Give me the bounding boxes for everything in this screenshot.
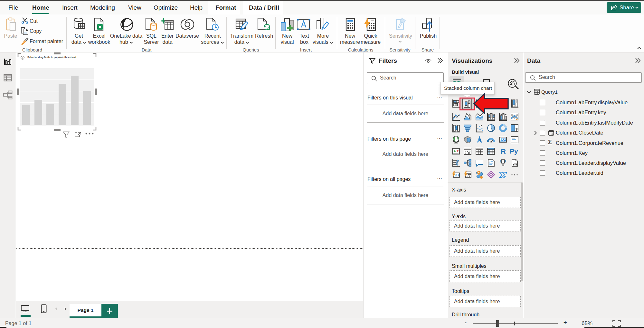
svg-text:R: R (501, 147, 506, 155)
svg-text:Py: Py (510, 147, 518, 155)
svg-text:123: 123 (500, 138, 506, 142)
svg-text:123: 123 (454, 174, 459, 177)
